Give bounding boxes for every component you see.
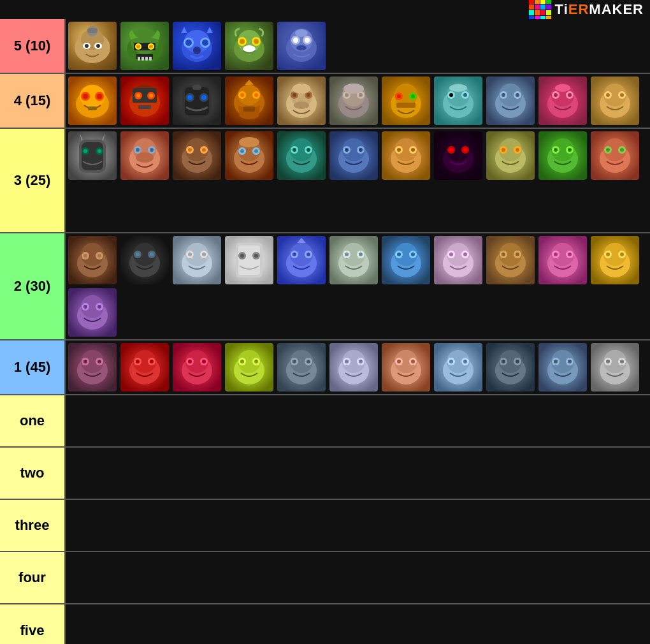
tier-items-two[interactable] — [66, 448, 650, 499]
header: TiERMAKER — [0, 0, 650, 19]
svg-point-127 — [98, 149, 101, 153]
list-item[interactable] — [119, 235, 170, 286]
list-item[interactable] — [328, 75, 379, 126]
tier-items-1[interactable] — [66, 340, 650, 394]
list-item[interactable] — [433, 130, 484, 181]
svg-point-80 — [294, 101, 309, 109]
list-item[interactable] — [171, 20, 222, 71]
list-item[interactable] — [67, 287, 118, 338]
list-item[interactable] — [224, 130, 275, 181]
svg-point-79 — [307, 93, 310, 97]
list-item[interactable] — [67, 130, 118, 181]
list-item[interactable] — [119, 75, 170, 126]
list-item[interactable] — [67, 235, 118, 286]
list-item[interactable] — [380, 342, 431, 393]
svg-rect-211 — [238, 245, 260, 275]
list-item[interactable] — [224, 235, 275, 286]
svg-point-191 — [620, 148, 624, 152]
svg-point-87 — [359, 93, 363, 97]
list-item[interactable] — [589, 235, 640, 286]
list-item[interactable] — [171, 75, 222, 126]
tier-items-three[interactable] — [66, 500, 650, 551]
list-item[interactable] — [276, 130, 327, 181]
list-item[interactable] — [433, 75, 484, 126]
svg-point-202 — [136, 252, 140, 256]
tier-row-4: 4 (15) — [0, 74, 650, 129]
tier-row-five: five — [0, 604, 650, 644]
svg-point-26 — [193, 47, 201, 54]
svg-point-115 — [555, 84, 570, 92]
list-item[interactable] — [224, 20, 275, 71]
svg-point-263 — [83, 305, 87, 309]
svg-point-197 — [98, 254, 101, 258]
svg-point-299 — [345, 360, 349, 363]
tier-items-one[interactable] — [66, 395, 650, 446]
list-item[interactable] — [537, 235, 588, 286]
tier-items-2[interactable] — [66, 233, 650, 339]
svg-point-24 — [185, 40, 192, 46]
svg-point-167 — [411, 148, 415, 152]
list-item[interactable] — [537, 342, 588, 393]
list-item[interactable] — [589, 75, 640, 126]
svg-point-34 — [254, 39, 259, 44]
list-item[interactable] — [119, 130, 170, 181]
tier-items-5[interactable] — [66, 19, 650, 73]
list-item[interactable] — [276, 342, 327, 393]
tier-items-five[interactable] — [66, 604, 650, 644]
tier-items-four[interactable] — [66, 552, 650, 603]
tier-label-4: 4 (15) — [0, 74, 66, 128]
svg-point-294 — [307, 360, 310, 363]
logo-grid-icon — [529, 0, 551, 21]
svg-point-81 — [292, 84, 310, 94]
svg-point-179 — [516, 148, 519, 152]
list-item[interactable] — [537, 75, 588, 126]
svg-point-56 — [136, 94, 140, 98]
svg-point-142 — [202, 148, 206, 152]
logo-text: TiERMAKER — [555, 1, 644, 18]
list-item[interactable] — [380, 235, 431, 286]
list-item[interactable] — [224, 75, 275, 126]
svg-point-113 — [554, 93, 558, 97]
list-item[interactable] — [67, 342, 118, 393]
svg-rect-58 — [138, 105, 151, 109]
list-item[interactable] — [171, 342, 222, 393]
list-item[interactable] — [224, 342, 275, 393]
logo-cell — [540, 0, 545, 4]
list-item[interactable] — [119, 342, 170, 393]
svg-point-121 — [620, 93, 624, 97]
list-item[interactable] — [171, 235, 222, 286]
list-item[interactable] — [380, 75, 431, 126]
svg-marker-129 — [102, 133, 105, 141]
svg-point-154 — [292, 148, 296, 152]
list-item[interactable] — [485, 342, 536, 393]
svg-marker-73 — [245, 80, 254, 85]
list-item[interactable] — [485, 130, 536, 181]
list-item[interactable] — [328, 342, 379, 393]
svg-point-102 — [449, 84, 467, 92]
svg-rect-65 — [192, 85, 201, 90]
svg-point-239 — [449, 252, 453, 256]
list-item[interactable] — [589, 130, 640, 181]
svg-point-136 — [136, 152, 154, 163]
list-item[interactable] — [276, 20, 327, 71]
list-item[interactable] — [589, 342, 640, 393]
list-item[interactable] — [67, 20, 118, 71]
list-item[interactable] — [485, 75, 536, 126]
svg-rect-19 — [149, 57, 152, 61]
list-item[interactable] — [433, 342, 484, 393]
list-item[interactable] — [119, 20, 170, 71]
list-item[interactable] — [171, 130, 222, 181]
list-item[interactable] — [485, 235, 536, 286]
tier-items-4[interactable] — [66, 74, 650, 128]
list-item[interactable] — [380, 130, 431, 181]
list-item[interactable] — [276, 235, 327, 286]
list-item[interactable] — [328, 235, 379, 286]
svg-point-6 — [85, 44, 89, 48]
logo-cell — [546, 0, 551, 4]
list-item[interactable] — [537, 130, 588, 181]
list-item[interactable] — [433, 235, 484, 286]
list-item[interactable] — [328, 130, 379, 181]
tier-items-3[interactable] — [66, 129, 650, 232]
list-item[interactable] — [276, 75, 327, 126]
list-item[interactable] — [67, 75, 118, 126]
